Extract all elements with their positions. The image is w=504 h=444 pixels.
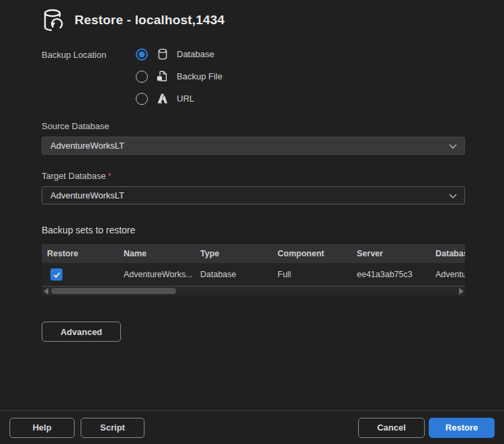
source-database-select[interactable]: AdventureWorksLT [42, 137, 465, 155]
backup-sets-title: Backup sets to restore [42, 225, 465, 235]
script-button[interactable]: Script [81, 418, 144, 438]
advanced-button[interactable]: Advanced [42, 322, 121, 342]
radio-label-backup-file: Backup File [177, 71, 222, 81]
backup-file-icon [156, 70, 169, 83]
column-header-name: Name [118, 249, 195, 258]
backup-location-field: Backup Location Database [42, 48, 465, 105]
column-header-server: Server [351, 249, 430, 258]
cell-name: AdventureWorks... [118, 270, 195, 279]
radio-option-database[interactable]: Database [136, 48, 222, 61]
restore-button[interactable]: Restore [429, 418, 495, 438]
radio-backup-file[interactable] [136, 71, 148, 83]
restore-checkbox[interactable] [50, 268, 62, 281]
radio-url[interactable] [136, 93, 148, 105]
radio-label-url: URL [177, 94, 194, 104]
column-header-type: Type [195, 249, 272, 258]
column-header-database: Database [430, 249, 465, 258]
cell-database: AdventureWorksLT [430, 270, 465, 279]
help-button[interactable]: Help [9, 418, 75, 438]
radio-option-url[interactable]: URL [136, 92, 222, 105]
table-header-row: Restore Name Type Component Server Datab… [42, 244, 465, 263]
dialog-footer: Help Script Cancel Restore [0, 410, 504, 444]
radio-database[interactable] [136, 48, 148, 61]
radio-label-database: Database [177, 49, 214, 59]
target-database-label-text: Target Database [42, 171, 106, 181]
restore-dialog: Restore - localhost,1434 Backup Location… [0, 0, 504, 444]
radio-option-backup-file[interactable]: Backup File [136, 70, 222, 83]
chevron-down-icon [448, 143, 458, 149]
scrollbar-thumb[interactable] [51, 288, 176, 294]
cell-component: Full [272, 270, 351, 279]
source-database-value: AdventureWorksLT [50, 141, 448, 151]
cell-type: Database [195, 270, 272, 279]
source-database-label: Source Database [42, 121, 465, 131]
target-database-combobox[interactable]: AdventureWorksLT [42, 186, 465, 205]
column-header-restore: Restore [42, 249, 118, 258]
cell-server: ee41a3ab75c3 [351, 270, 430, 279]
target-database-value: AdventureWorksLT [50, 190, 448, 200]
horizontal-scrollbar[interactable] [42, 287, 465, 295]
dialog-body: Backup Location Database [0, 48, 504, 342]
chevron-down-icon [448, 192, 458, 199]
dialog-title: Restore - localhost,1434 [75, 13, 224, 28]
backup-location-radio-group: Database Backup File [136, 48, 222, 105]
cell-restore [42, 268, 118, 281]
dialog-header: Restore - localhost,1434 [0, 0, 504, 34]
scroll-right-arrow-icon[interactable] [457, 287, 465, 295]
required-marker: * [108, 171, 111, 181]
azure-icon [156, 92, 169, 105]
scrollbar-track[interactable] [50, 288, 457, 294]
restore-database-icon [39, 7, 66, 34]
target-database-label: Target Database* [42, 171, 465, 181]
backup-sets-table: Restore Name Type Component Server Datab… [42, 244, 465, 295]
scroll-left-arrow-icon[interactable] [42, 287, 50, 295]
table-row[interactable]: AdventureWorks... Database Full ee41a3ab… [42, 263, 465, 287]
cancel-button[interactable]: Cancel [358, 418, 425, 438]
column-header-component: Component [272, 249, 351, 258]
database-icon [156, 48, 169, 61]
backup-location-label: Backup Location [42, 48, 136, 105]
